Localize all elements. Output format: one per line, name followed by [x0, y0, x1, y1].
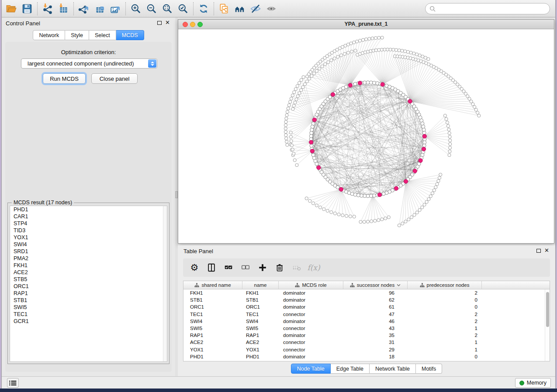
network-node[interactable]: [373, 194, 376, 197]
close-panel-icon[interactable]: ✕: [165, 19, 170, 26]
network-node[interactable]: [363, 194, 367, 198]
mcds-result-item[interactable]: GCR1: [10, 318, 167, 325]
leaf-node[interactable]: [284, 127, 287, 130]
column-header-shared-name[interactable]: shared name: [183, 281, 242, 289]
leaf-node[interactable]: [300, 79, 303, 82]
leaf-node[interactable]: [412, 52, 415, 55]
leaf-node[interactable]: [312, 72, 315, 75]
leaf-node[interactable]: [295, 164, 298, 167]
leaf-node[interactable]: [291, 107, 294, 110]
leaf-node[interactable]: [448, 150, 451, 153]
leaf-node[interactable]: [300, 89, 303, 92]
leaf-node[interactable]: [365, 38, 368, 41]
leaf-node[interactable]: [381, 218, 384, 221]
float-panel-icon[interactable]: [157, 21, 162, 25]
mcds-node[interactable]: [309, 140, 313, 144]
export-image-button[interactable]: [107, 1, 123, 17]
export-table-button[interactable]: [92, 1, 107, 17]
leaf-node[interactable]: [290, 144, 293, 147]
leaf-node[interactable]: [443, 114, 446, 117]
leaf-node[interactable]: [387, 216, 390, 219]
leaf-node[interactable]: [386, 48, 389, 51]
leaf-node[interactable]: [285, 137, 288, 140]
leaf-node[interactable]: [324, 62, 327, 65]
delete-selected-button[interactable]: [273, 261, 287, 275]
leaf-node[interactable]: [415, 211, 419, 214]
leaf-node[interactable]: [315, 204, 318, 207]
leaf-node[interactable]: [449, 139, 452, 142]
leaf-node[interactable]: [285, 113, 288, 117]
leaf-node[interactable]: [363, 220, 366, 224]
network-node[interactable]: [356, 193, 360, 197]
leaf-node[interactable]: [355, 40, 358, 43]
leaf-node[interactable]: [370, 220, 373, 223]
leaf-node[interactable]: [437, 179, 440, 182]
mcds-result-item[interactable]: RAP1: [10, 290, 167, 297]
leaf-node[interactable]: [384, 217, 387, 220]
toggle-column-panel-button[interactable]: [204, 261, 218, 275]
mcds-node[interactable]: [413, 169, 417, 173]
mcds-node[interactable]: [317, 165, 321, 169]
leaf-node[interactable]: [298, 81, 301, 84]
leaf-node[interactable]: [392, 48, 395, 51]
leaf-node[interactable]: [427, 198, 430, 201]
tab-motifs[interactable]: Motifs: [416, 364, 442, 374]
leaf-node[interactable]: [358, 39, 361, 42]
leaf-node[interactable]: [291, 148, 294, 151]
network-node[interactable]: [373, 81, 376, 85]
leaf-node[interactable]: [298, 92, 301, 95]
leaf-node[interactable]: [406, 50, 409, 53]
leaf-node[interactable]: [308, 77, 311, 80]
tab-mcds[interactable]: MCDS: [116, 30, 144, 40]
network-node[interactable]: [422, 128, 426, 131]
leaf-node[interactable]: [473, 105, 476, 108]
mcds-result-list[interactable]: PHD1CAR1STP4TID3YOX1SWI4SRD1PMA2FKH1ACE2…: [10, 206, 167, 362]
leaf-node[interactable]: [353, 41, 356, 44]
leaf-node[interactable]: [284, 130, 287, 133]
leaf-node[interactable]: [289, 100, 292, 103]
leaf-node[interactable]: [476, 111, 479, 114]
leaf-node[interactable]: [285, 117, 288, 120]
mcds-node[interactable]: [422, 134, 426, 138]
run-mcds-button[interactable]: Run MCDS: [43, 73, 86, 84]
leaf-node[interactable]: [447, 128, 450, 131]
leaf-node[interactable]: [339, 54, 343, 57]
leaf-node[interactable]: [354, 49, 357, 52]
leaf-node[interactable]: [301, 86, 304, 89]
mcds-result-item[interactable]: TEC1: [10, 311, 167, 318]
leaf-node[interactable]: [343, 52, 346, 55]
network-node[interactable]: [369, 81, 373, 84]
zoom-in-button[interactable]: [128, 1, 144, 17]
leaf-node[interactable]: [310, 74, 313, 77]
leaf-node[interactable]: [308, 199, 311, 203]
leaf-node[interactable]: [284, 124, 287, 127]
table-row[interactable]: FKH1FKH1dominator962: [183, 289, 550, 296]
leaf-node[interactable]: [410, 216, 413, 219]
network-node[interactable]: [422, 125, 425, 128]
leaf-node[interactable]: [346, 51, 349, 54]
network-canvas[interactable]: [178, 29, 554, 243]
leaf-node[interactable]: [401, 222, 404, 225]
network-node[interactable]: [309, 134, 313, 138]
column-header-MCDS-role[interactable]: MCDS role: [279, 281, 343, 289]
leaf-node[interactable]: [421, 206, 424, 209]
leaf-node[interactable]: [431, 192, 434, 195]
node-table[interactable]: shared namenameMCDS rolesuccessor nodesp…: [183, 281, 550, 361]
leaf-node[interactable]: [377, 36, 381, 39]
settings-button[interactable]: ⚙: [187, 261, 201, 275]
memory-button[interactable]: Memory: [515, 378, 551, 388]
criterion-dropdown[interactable]: largest connected component (undirected): [21, 58, 157, 69]
import-table-button[interactable]: [55, 1, 71, 17]
tab-network[interactable]: Network: [33, 30, 65, 40]
leaf-node[interactable]: [368, 37, 371, 40]
leaf-node[interactable]: [322, 208, 325, 211]
leaf-node[interactable]: [330, 58, 333, 62]
leaf-node[interactable]: [404, 220, 407, 223]
leaf-node[interactable]: [359, 220, 362, 224]
refresh-button[interactable]: [196, 1, 211, 17]
leaf-node[interactable]: [295, 98, 298, 101]
leaf-node[interactable]: [418, 208, 421, 211]
table-row[interactable]: SWI4SWI4dominator462: [183, 318, 550, 325]
mcds-result-item[interactable]: CAR1: [10, 213, 167, 220]
leaf-node[interactable]: [292, 104, 295, 107]
